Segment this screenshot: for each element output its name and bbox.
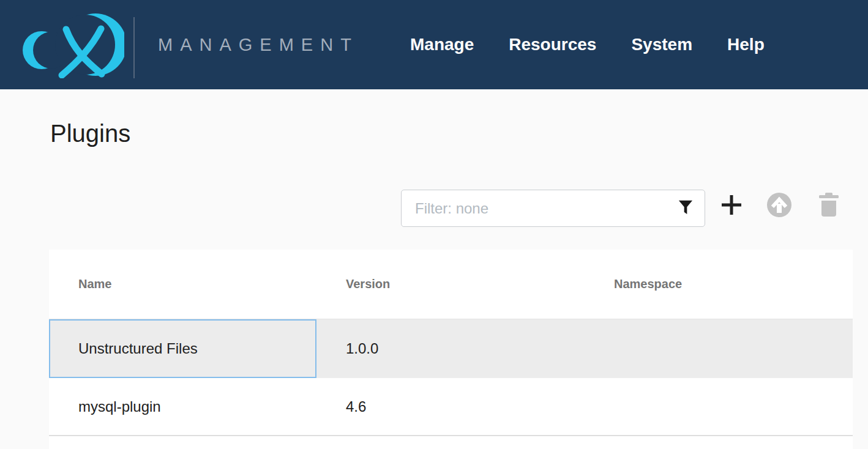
upload-plugin-button[interactable]	[766, 192, 792, 218]
top-navigation: Manage Resources System Help	[410, 0, 765, 89]
filter-container	[401, 190, 705, 227]
filter-input[interactable]	[401, 190, 705, 227]
brand-title: MANAGEMENT	[158, 35, 359, 55]
nav-item-help[interactable]: Help	[727, 35, 765, 54]
column-header-namespace[interactable]: Namespace	[585, 277, 853, 291]
cell-version[interactable]: 4.6	[316, 378, 585, 435]
plus-icon	[720, 193, 743, 217]
cell-namespace[interactable]	[585, 319, 853, 378]
nav-item-manage[interactable]: Manage	[410, 35, 474, 54]
funnel-icon[interactable]	[677, 199, 694, 217]
upload-icon	[766, 192, 792, 218]
cell-name[interactable]: mysql-plugin	[49, 378, 316, 435]
cell-name[interactable]: Unstructured Files	[49, 319, 316, 378]
table-row-mysql-plugin[interactable]: mysql-plugin 4.6	[49, 378, 853, 436]
app-header: MANAGEMENT Manage Resources System Help	[0, 0, 868, 89]
delete-plugin-button[interactable]	[818, 192, 840, 218]
column-header-version[interactable]: Version	[316, 277, 585, 291]
table-row-unstructured-files[interactable]: Unstructured Files 1.0.0	[49, 319, 853, 378]
plugins-table: Name Version Namespace Unstructured File…	[49, 250, 853, 449]
nav-item-resources[interactable]: Resources	[509, 35, 596, 54]
trash-icon	[818, 192, 840, 218]
table-header-row: Name Version Namespace	[49, 250, 853, 319]
cell-namespace[interactable]	[585, 378, 853, 435]
cell-version[interactable]: 1.0.0	[316, 319, 585, 378]
add-plugin-button[interactable]	[720, 193, 743, 217]
column-header-name[interactable]: Name	[49, 277, 316, 291]
delphix-logo-icon[interactable]	[17, 11, 124, 78]
nav-item-system[interactable]: System	[631, 35, 692, 54]
brand-divider	[133, 17, 135, 78]
page-title: Plugins	[50, 120, 130, 147]
